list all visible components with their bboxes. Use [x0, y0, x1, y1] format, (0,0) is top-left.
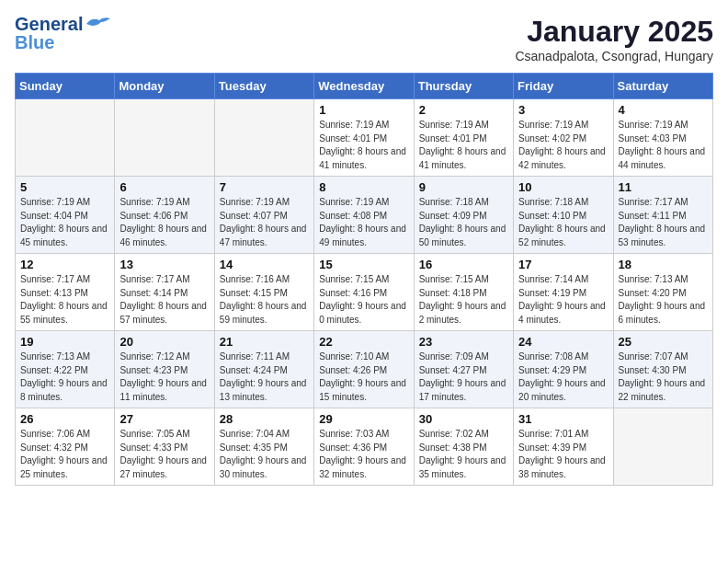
day-info: Sunrise: 7:01 AM Sunset: 4:39 PM Dayligh…	[518, 428, 608, 481]
day-number: 5	[20, 180, 109, 194]
day-info: Sunrise: 7:12 AM Sunset: 4:23 PM Dayligh…	[119, 350, 209, 404]
day-number: 12	[20, 258, 109, 271]
day-info: Sunrise: 7:17 AM Sunset: 4:11 PM Dayligh…	[619, 196, 708, 249]
logo-bird-icon	[85, 15, 112, 35]
calendar-cell: 2Sunrise: 7:19 AM Sunset: 4:01 PM Daylig…	[414, 99, 513, 177]
day-number: 27	[119, 412, 209, 426]
day-info: Sunrise: 7:19 AM Sunset: 4:08 PM Dayligh…	[319, 196, 408, 249]
day-info: Sunrise: 7:08 AM Sunset: 4:29 PM Dayligh…	[518, 350, 608, 404]
day-number: 3	[518, 103, 608, 117]
calendar-cell: 6Sunrise: 7:19 AM Sunset: 4:06 PM Daylig…	[115, 177, 214, 254]
calendar-cell: 11Sunrise: 7:17 AM Sunset: 4:11 PM Dayli…	[613, 177, 712, 254]
calendar-cell: 18Sunrise: 7:13 AM Sunset: 4:20 PM Dayli…	[613, 254, 712, 331]
logo: General Blue	[15, 15, 112, 52]
day-info: Sunrise: 7:19 AM Sunset: 4:02 PM Dayligh…	[518, 119, 608, 172]
day-info: Sunrise: 7:02 AM Sunset: 4:38 PM Dayligh…	[419, 428, 508, 481]
weekday-header: Wednesday	[314, 74, 414, 99]
calendar-cell: 23Sunrise: 7:09 AM Sunset: 4:27 PM Dayli…	[414, 331, 513, 408]
weekday-header: Saturday	[613, 74, 712, 99]
weekday-header: Sunday	[16, 74, 115, 99]
calendar-cell: 26Sunrise: 7:06 AM Sunset: 4:32 PM Dayli…	[16, 408, 115, 486]
day-number: 13	[119, 258, 209, 271]
day-number: 21	[220, 335, 309, 349]
calendar-header-row: SundayMondayTuesdayWednesdayThursdayFrid…	[16, 74, 713, 99]
calendar-cell: 4Sunrise: 7:19 AM Sunset: 4:03 PM Daylig…	[613, 99, 712, 177]
day-number: 19	[20, 335, 109, 349]
calendar-cell: 8Sunrise: 7:19 AM Sunset: 4:08 PM Daylig…	[314, 177, 414, 254]
calendar-cell: 27Sunrise: 7:05 AM Sunset: 4:33 PM Dayli…	[115, 408, 214, 486]
month-title: January 2025	[515, 15, 713, 49]
calendar-week-row: 19Sunrise: 7:13 AM Sunset: 4:22 PM Dayli…	[16, 331, 713, 408]
calendar-cell: 9Sunrise: 7:18 AM Sunset: 4:09 PM Daylig…	[414, 177, 513, 254]
calendar-cell: 29Sunrise: 7:03 AM Sunset: 4:36 PM Dayli…	[314, 408, 414, 486]
calendar-cell	[115, 99, 214, 177]
day-number: 28	[220, 412, 309, 426]
calendar-week-row: 12Sunrise: 7:17 AM Sunset: 4:13 PM Dayli…	[16, 254, 713, 331]
calendar-cell: 22Sunrise: 7:10 AM Sunset: 4:26 PM Dayli…	[314, 331, 414, 408]
calendar-week-row: 1Sunrise: 7:19 AM Sunset: 4:01 PM Daylig…	[16, 99, 713, 177]
day-info: Sunrise: 7:05 AM Sunset: 4:33 PM Dayligh…	[119, 428, 209, 481]
calendar-cell: 10Sunrise: 7:18 AM Sunset: 4:10 PM Dayli…	[514, 177, 613, 254]
day-info: Sunrise: 7:11 AM Sunset: 4:24 PM Dayligh…	[220, 350, 309, 404]
calendar-cell: 21Sunrise: 7:11 AM Sunset: 4:24 PM Dayli…	[214, 331, 313, 408]
day-info: Sunrise: 7:13 AM Sunset: 4:22 PM Dayligh…	[20, 350, 109, 404]
day-info: Sunrise: 7:14 AM Sunset: 4:19 PM Dayligh…	[518, 273, 608, 327]
day-info: Sunrise: 7:19 AM Sunset: 4:01 PM Dayligh…	[419, 119, 508, 172]
day-number: 24	[518, 335, 608, 349]
weekday-header: Friday	[514, 74, 613, 99]
day-number: 16	[419, 258, 508, 271]
day-number: 14	[220, 258, 309, 271]
calendar-cell: 15Sunrise: 7:15 AM Sunset: 4:16 PM Dayli…	[314, 254, 414, 331]
calendar-cell: 12Sunrise: 7:17 AM Sunset: 4:13 PM Dayli…	[16, 254, 115, 331]
day-info: Sunrise: 7:19 AM Sunset: 4:04 PM Dayligh…	[20, 196, 109, 249]
calendar-cell: 25Sunrise: 7:07 AM Sunset: 4:30 PM Dayli…	[613, 331, 712, 408]
day-info: Sunrise: 7:03 AM Sunset: 4:36 PM Dayligh…	[319, 428, 408, 481]
day-info: Sunrise: 7:09 AM Sunset: 4:27 PM Dayligh…	[419, 350, 508, 404]
day-info: Sunrise: 7:19 AM Sunset: 4:03 PM Dayligh…	[619, 119, 708, 172]
day-number: 10	[518, 180, 608, 194]
day-number: 7	[220, 180, 309, 194]
day-info: Sunrise: 7:10 AM Sunset: 4:26 PM Dayligh…	[319, 350, 408, 404]
day-number: 29	[319, 412, 408, 426]
day-number: 9	[419, 180, 508, 194]
calendar-cell	[16, 99, 115, 177]
day-number: 18	[619, 258, 708, 271]
day-number: 11	[619, 180, 708, 194]
calendar-week-row: 26Sunrise: 7:06 AM Sunset: 4:32 PM Dayli…	[16, 408, 713, 486]
day-info: Sunrise: 7:04 AM Sunset: 4:35 PM Dayligh…	[220, 428, 309, 481]
calendar-table: SundayMondayTuesdayWednesdayThursdayFrid…	[15, 73, 713, 486]
page-header: General Blue January 2025 Csanadpalota, …	[15, 15, 713, 63]
day-number: 25	[619, 335, 708, 349]
calendar-cell	[214, 99, 313, 177]
title-block: January 2025 Csanadpalota, Csongrad, Hun…	[515, 15, 713, 63]
day-number: 22	[319, 335, 408, 349]
day-info: Sunrise: 7:17 AM Sunset: 4:13 PM Dayligh…	[20, 273, 109, 327]
calendar-cell	[613, 408, 712, 486]
day-number: 6	[119, 180, 209, 194]
day-number: 26	[20, 412, 109, 426]
day-info: Sunrise: 7:16 AM Sunset: 4:15 PM Dayligh…	[220, 273, 309, 327]
day-info: Sunrise: 7:19 AM Sunset: 4:06 PM Dayligh…	[119, 196, 209, 249]
calendar-cell: 31Sunrise: 7:01 AM Sunset: 4:39 PM Dayli…	[514, 408, 613, 486]
day-number: 15	[319, 258, 408, 271]
day-info: Sunrise: 7:17 AM Sunset: 4:14 PM Dayligh…	[119, 273, 209, 327]
day-number: 4	[619, 103, 708, 117]
calendar-cell: 28Sunrise: 7:04 AM Sunset: 4:35 PM Dayli…	[214, 408, 313, 486]
calendar-cell: 19Sunrise: 7:13 AM Sunset: 4:22 PM Dayli…	[16, 331, 115, 408]
calendar-cell: 14Sunrise: 7:16 AM Sunset: 4:15 PM Dayli…	[214, 254, 313, 331]
calendar-cell: 13Sunrise: 7:17 AM Sunset: 4:14 PM Dayli…	[115, 254, 214, 331]
day-number: 2	[419, 103, 508, 117]
weekday-header: Monday	[115, 74, 214, 99]
day-info: Sunrise: 7:15 AM Sunset: 4:18 PM Dayligh…	[419, 273, 508, 327]
calendar-cell: 1Sunrise: 7:19 AM Sunset: 4:01 PM Daylig…	[314, 99, 414, 177]
calendar-cell: 24Sunrise: 7:08 AM Sunset: 4:29 PM Dayli…	[514, 331, 613, 408]
calendar-cell: 30Sunrise: 7:02 AM Sunset: 4:38 PM Dayli…	[414, 408, 513, 486]
day-number: 1	[319, 103, 408, 117]
calendar-cell: 20Sunrise: 7:12 AM Sunset: 4:23 PM Dayli…	[115, 331, 214, 408]
day-info: Sunrise: 7:06 AM Sunset: 4:32 PM Dayligh…	[20, 428, 109, 481]
weekday-header: Tuesday	[214, 74, 313, 99]
day-info: Sunrise: 7:18 AM Sunset: 4:09 PM Dayligh…	[419, 196, 508, 249]
calendar-cell: 7Sunrise: 7:19 AM Sunset: 4:07 PM Daylig…	[214, 177, 313, 254]
calendar-cell: 17Sunrise: 7:14 AM Sunset: 4:19 PM Dayli…	[514, 254, 613, 331]
day-info: Sunrise: 7:13 AM Sunset: 4:20 PM Dayligh…	[619, 273, 708, 327]
